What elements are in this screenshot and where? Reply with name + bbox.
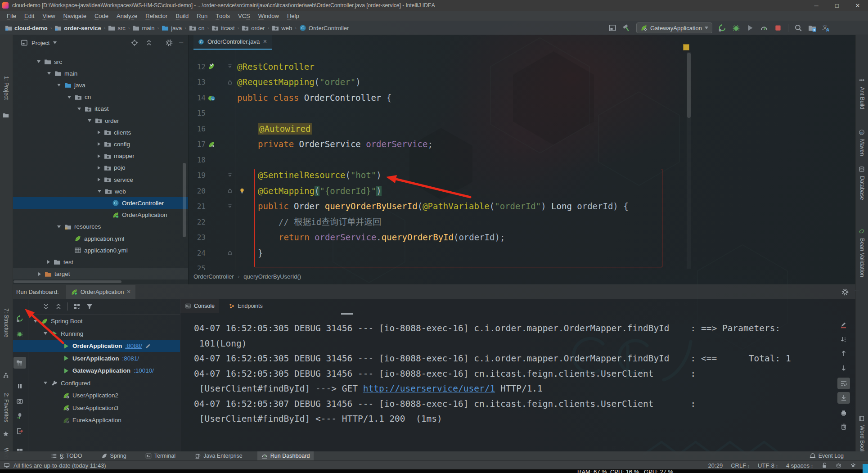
play-gray-icon[interactable]: [746, 24, 754, 32]
collapse-arrow-icon[interactable]: [88, 119, 91, 122]
lightbulb-icon[interactable]: [239, 188, 245, 194]
collapse-arrow-icon[interactable]: [57, 84, 61, 86]
minimize-button[interactable]: ─: [806, 0, 827, 11]
expand-arrow-icon[interactable]: [98, 131, 100, 134]
crumb-order-service[interactable]: order-service: [53, 24, 102, 32]
toolwindow-button-6-todo[interactable]: 6: TODO: [47, 451, 86, 460]
toolwindow-icon[interactable]: [608, 24, 616, 32]
crumb-itcast[interactable]: itcast: [210, 24, 236, 32]
port-link[interactable]: :10010/: [134, 367, 154, 374]
breadcrumb-method[interactable]: queryOrderByUserId(): [243, 273, 301, 280]
crumb-java[interactable]: java: [160, 24, 183, 32]
port-link[interactable]: :8088/: [125, 342, 142, 349]
star-icon[interactable]: [3, 431, 9, 437]
collapse-arrow-icon[interactable]: [67, 96, 71, 99]
project-tree-item-java[interactable]: java: [13, 79, 188, 91]
breadcrumb-class[interactable]: OrderController: [193, 273, 234, 280]
locate-file-icon[interactable]: [131, 39, 138, 46]
indent-widget[interactable]: 4 spaces↕: [786, 462, 813, 469]
collapse-arrow-icon[interactable]: [44, 382, 47, 384]
monitor-icon[interactable]: [4, 462, 10, 468]
dashboard-item-orderapplication[interactable]: OrderApplication:8088/: [13, 340, 180, 352]
rerun-icon[interactable]: [718, 24, 726, 32]
down-dots-icon[interactable]: [840, 336, 847, 343]
project-tree-item-config[interactable]: config: [13, 138, 188, 150]
expand-arrow-icon[interactable]: [98, 166, 100, 170]
project-horizontal-scrollbar[interactable]: [13, 280, 121, 283]
menu-vcs[interactable]: VCS: [234, 11, 254, 21]
arrow-down-icon[interactable]: [840, 365, 847, 372]
project-tree-item-mapper[interactable]: mapper: [13, 150, 188, 162]
line-ending-widget[interactable]: CRLF↕: [731, 462, 750, 469]
fold-marker-icon[interactable]: [227, 63, 233, 70]
fold-marker-icon[interactable]: [227, 203, 233, 210]
robot-icon[interactable]: [836, 462, 842, 468]
database-icon[interactable]: [859, 166, 865, 172]
code-line-18[interactable]: 18: [188, 152, 855, 168]
project-panel-title[interactable]: Project: [31, 40, 49, 46]
project-vertical-scrollbar[interactable]: [183, 163, 186, 237]
crumb-ordercontroller[interactable]: COrderController: [298, 24, 351, 32]
event-log-button[interactable]: Event Log: [810, 451, 844, 460]
menu-run[interactable]: Run: [193, 11, 211, 21]
print-icon[interactable]: [840, 410, 847, 417]
dashboard-settings-gear-icon[interactable]: [841, 288, 849, 296]
stripe-button-bean-validation[interactable]: Bean Validation: [859, 238, 865, 277]
editor-tab-ordercontroller[interactable]: C OrderController.java ✕: [193, 35, 272, 50]
menu-window[interactable]: Window: [254, 11, 283, 21]
code-line-13[interactable]: 13@RequestMapping("order"): [188, 74, 855, 90]
menu-analyze[interactable]: Analyze: [112, 11, 141, 21]
crumb-cn[interactable]: cn: [188, 24, 206, 32]
toolwindow-button-java-enterprise[interactable]: Java Enterprise: [190, 451, 247, 460]
leaf-check-icon[interactable]: [208, 63, 215, 70]
expand-arrow-icon[interactable]: [47, 260, 50, 264]
expand-all-icon[interactable]: [42, 303, 49, 310]
collapse-arrow-icon[interactable]: [47, 72, 51, 75]
debug-icon[interactable]: [732, 24, 740, 32]
project-tree-item-src[interactable]: src: [13, 56, 188, 68]
expand-arrow-icon[interactable]: [38, 272, 41, 276]
fold-marker-icon[interactable]: [227, 250, 233, 256]
trash-icon[interactable]: [840, 423, 847, 430]
port-link[interactable]: :8081/: [122, 355, 139, 362]
menu-build[interactable]: Build: [171, 11, 193, 21]
console-tab-console[interactable]: Console: [180, 299, 219, 313]
project-tree-item-cn[interactable]: cn: [13, 91, 188, 103]
expand-arrow-icon[interactable]: [98, 154, 100, 158]
menu-code[interactable]: Code: [90, 11, 112, 21]
collapse-arrow-icon[interactable]: [37, 60, 40, 63]
collapse-all-icon[interactable]: [145, 39, 153, 46]
stripe-button-7-structure[interactable]: 7: Structure: [3, 308, 9, 338]
arrow-up-icon[interactable]: [840, 350, 847, 357]
translate-icon[interactable]: 文A: [822, 24, 830, 32]
dashboard-tab-orderapplication[interactable]: OrderApplication ✕: [66, 285, 135, 299]
toolwindow-button-spring[interactable]: Spring: [97, 451, 130, 460]
menu-navigate[interactable]: Navigate: [59, 11, 90, 21]
pencil-red-icon[interactable]: [840, 321, 847, 329]
crumb-cloud-demo[interactable]: cloud-demo: [4, 24, 49, 32]
code-line-12[interactable]: 12@RestController: [188, 59, 855, 75]
crumb-main[interactable]: main: [131, 24, 156, 32]
leaf-arrow-icon[interactable]: [208, 141, 215, 148]
book-icon[interactable]: [859, 415, 865, 422]
softwrap-icon[interactable]: [840, 380, 847, 387]
project-tab-icon[interactable]: [3, 112, 9, 118]
collapse-arrow-icon[interactable]: [57, 225, 61, 228]
dashboard-item-userapplication3[interactable]: UserApplication3: [13, 402, 180, 414]
hide-panel-icon[interactable]: ─: [179, 39, 183, 46]
maximize-button[interactable]: □: [827, 0, 847, 11]
plugin-icon[interactable]: [850, 462, 856, 468]
project-tree-item-target[interactable]: target: [13, 268, 188, 280]
code-line-16[interactable]: 16@Autowired: [188, 121, 855, 137]
code-line-15[interactable]: 15: [188, 105, 855, 121]
group-icon[interactable]: [73, 303, 81, 310]
panel-settings-gear-icon[interactable]: [166, 39, 173, 46]
search-icon[interactable]: [794, 24, 802, 32]
menu-tools[interactable]: Tools: [211, 11, 234, 21]
menu-edit[interactable]: Edit: [20, 11, 38, 21]
project-tree-item-order[interactable]: order: [13, 115, 188, 126]
collapse-arrow-icon[interactable]: [77, 108, 81, 110]
dashboard-item-eurekaapplication[interactable]: EurekaApplication: [13, 414, 180, 426]
toolwindow-button-run-dashboard[interactable]: Run Dashboard: [257, 451, 314, 460]
find-path-icon[interactable]: [808, 24, 816, 32]
